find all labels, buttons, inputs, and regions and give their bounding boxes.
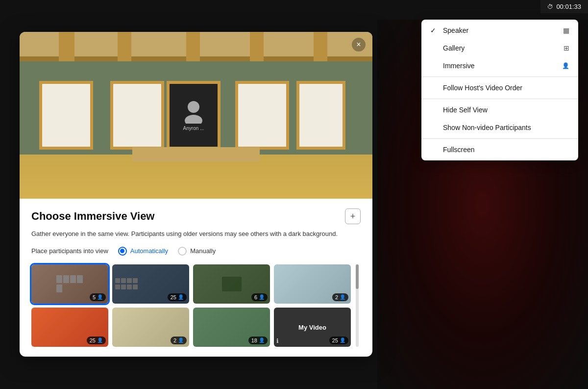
menu-section-follow: ✓ Follow Host's Video Order — [421, 77, 578, 99]
context-menu: ✓ Speaker ▦ ✓ Gallery ⊞ ✓ Immersive 👤 ✓ … — [421, 20, 578, 160]
scene-preview: Anyron ... × — [20, 32, 372, 199]
thumb-5-count: 25 — [90, 337, 96, 343]
menu-item-immersive[interactable]: ✓ Immersive 👤 — [421, 57, 578, 75]
menu-section-views: ✓ Speaker ▦ ✓ Gallery ⊞ ✓ Immersive 👤 — [421, 20, 578, 77]
thumb-8-badge: 25 👤 — [329, 337, 348, 344]
beam-v-1 — [59, 32, 74, 64]
gallery-view-icon: ⊞ — [564, 44, 569, 52]
thumb-6-badge: 2 👤 — [171, 337, 187, 344]
modal-expand-button[interactable]: + — [345, 208, 361, 224]
avatar-name: Anyron ... — [183, 126, 204, 131]
menu-item-gallery[interactable]: ✓ Gallery ⊞ — [421, 39, 578, 57]
svg-point-0 — [188, 101, 199, 113]
thumb-5-badge: 25 👤 — [87, 337, 106, 344]
thumb-3[interactable]: 6 👤 — [193, 264, 270, 304]
manual-radio-option[interactable]: Manually — [178, 247, 216, 256]
auto-radio-option[interactable]: Automatically — [118, 247, 168, 256]
bench — [132, 147, 260, 162]
follow-host-label: Follow Host's Video Order — [443, 84, 522, 92]
menu-section-fullscreen: ✓ Fullscreen — [421, 139, 578, 160]
scrollbar-thumb — [356, 264, 359, 289]
menu-item-show-nonvideo[interactable]: ✓ Show Non-video Participants — [421, 119, 578, 136]
thumb-5[interactable]: 25 👤 — [31, 308, 108, 347]
thumb-3-person-icon: 👤 — [259, 294, 265, 300]
thumb-8-person-icon: 👤 — [340, 337, 345, 343]
placement-label: Place participants into view — [31, 247, 108, 255]
frame-5 — [296, 81, 345, 150]
thumb-5-person-icon: 👤 — [97, 337, 103, 343]
timer-display: 00:01:33 — [556, 3, 581, 10]
modal-title-row: Choose Immersive View + — [31, 208, 361, 224]
immersive-view-icon: 👤 — [562, 62, 569, 69]
placement-row: Place participants into view Automatical… — [31, 247, 361, 256]
svg-point-1 — [185, 115, 202, 124]
fullscreen-label: Fullscreen — [443, 146, 475, 154]
timer-icon: ⏱ — [547, 3, 553, 10]
thumb-6[interactable]: 2 👤 — [112, 308, 189, 347]
beam-v-3 — [186, 32, 200, 64]
my-video-label: My Video — [298, 323, 326, 331]
menu-section-view-options: ✓ Hide Self View ✓ Show Non-video Partic… — [421, 99, 578, 139]
menu-item-speaker[interactable]: ✓ Speaker ▦ — [421, 22, 578, 39]
immersive-view-modal: Anyron ... × Choose Immersive View + Gat… — [20, 32, 372, 357]
svg-rect-5 — [77, 275, 83, 283]
thumb-6-count: 2 — [173, 337, 176, 343]
beam-v-2 — [118, 32, 131, 64]
frame-4 — [235, 81, 289, 150]
auto-radio-button[interactable] — [118, 247, 127, 256]
beam-v-4 — [250, 32, 264, 64]
modal-title: Choose Immersive View — [31, 210, 155, 223]
thumb-my-video[interactable]: My Video ℹ 25 👤 — [274, 308, 351, 347]
thumb-4[interactable]: 2 👤 — [274, 264, 351, 304]
modal-close-button[interactable]: × — [352, 38, 366, 52]
svg-rect-2 — [56, 275, 62, 283]
thumb-6-person-icon: 👤 — [178, 337, 184, 343]
modal-description: Gather everyone in the same view. Partic… — [31, 229, 361, 239]
thumb-2[interactable]: 25 👤 — [112, 264, 189, 304]
speaker-check: ✓ — [430, 26, 438, 34]
svg-rect-4 — [70, 275, 76, 283]
thumb-8-count: 25 — [332, 337, 338, 343]
menu-item-follow-host[interactable]: ✓ Follow Host's Video Order — [421, 79, 578, 97]
frame-2 — [110, 81, 164, 150]
avatar-silhouette — [183, 100, 204, 124]
thumb-2-count: 25 — [171, 294, 176, 300]
thumb-4-count: 2 — [335, 294, 338, 300]
thumb-1-badge: 5 👤 — [90, 293, 106, 301]
thumb-7[interactable]: 18 👤 — [193, 308, 270, 347]
thumb-1-art — [55, 273, 85, 295]
thumb-2-badge: 25 👤 — [168, 293, 187, 301]
speaker-label: Speaker — [443, 26, 468, 34]
thumb-1-person-icon: 👤 — [97, 294, 103, 300]
manual-radio-label: Manually — [190, 247, 216, 255]
thumb-1-count: 5 — [93, 294, 96, 300]
speaker-view-icon: ▦ — [563, 26, 569, 34]
thumb-3-count: 6 — [254, 294, 257, 300]
frame-3-avatar: Anyron ... — [167, 81, 220, 150]
modal-body: Choose Immersive View + Gather everyone … — [20, 199, 372, 357]
svg-rect-3 — [63, 275, 69, 283]
my-video-info-icon: ℹ — [276, 337, 279, 344]
gallery-label: Gallery — [443, 44, 465, 52]
thumbnail-grid: 5 👤 — [31, 264, 361, 347]
thumb-4-badge: 2 👤 — [332, 293, 348, 301]
svg-rect-6 — [56, 285, 62, 292]
manual-radio-button[interactable] — [178, 247, 187, 256]
thumb-2-person-icon: 👤 — [178, 294, 184, 300]
menu-item-fullscreen[interactable]: ✓ Fullscreen — [421, 141, 578, 158]
auto-radio-label: Automatically — [130, 247, 168, 255]
thumb-1[interactable]: 5 👤 — [31, 264, 108, 304]
immersive-label: Immersive — [443, 62, 475, 70]
menu-item-hide-self[interactable]: ✓ Hide Self View — [421, 101, 578, 119]
thumbnail-scrollbar[interactable] — [356, 264, 359, 347]
thumb-7-badge: 18 👤 — [248, 337, 268, 344]
top-bar: ⏱ 00:01:33 — [540, 0, 588, 13]
hide-self-label: Hide Self View — [443, 106, 488, 114]
frame-1 — [39, 81, 93, 150]
thumb-7-count: 18 — [251, 337, 257, 343]
beam-v-5 — [314, 32, 327, 64]
thumb-4-person-icon: 👤 — [340, 294, 345, 300]
thumbnail-grid-wrapper: 5 👤 — [31, 264, 361, 347]
immersive-scene: Anyron ... — [20, 32, 372, 199]
show-nonvideo-label: Show Non-video Participants — [443, 124, 531, 131]
